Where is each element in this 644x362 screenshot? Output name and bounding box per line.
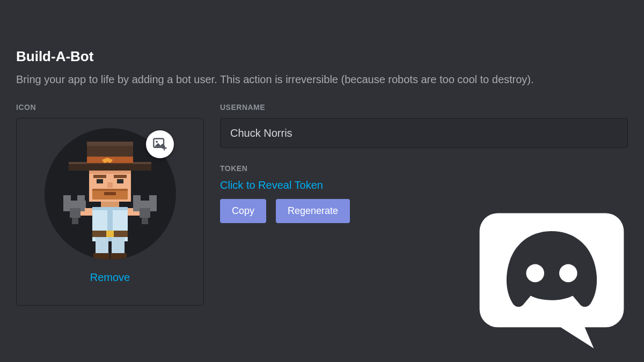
avatar-image [54, 136, 166, 260]
icon-section-label: ICON [16, 103, 204, 112]
copy-token-button[interactable]: Copy [220, 199, 266, 223]
svg-point-40 [526, 264, 544, 283]
svg-rect-21 [106, 231, 114, 237]
svg-rect-23 [112, 237, 125, 255]
svg-rect-36 [140, 208, 150, 218]
svg-rect-31 [72, 218, 78, 224]
reveal-token-link[interactable]: Click to Reveal Token [220, 179, 323, 191]
svg-rect-14 [92, 189, 128, 191]
token-section-label: TOKEN [220, 164, 628, 173]
svg-rect-9 [114, 175, 127, 178]
svg-rect-11 [117, 179, 123, 183]
svg-rect-3 [87, 142, 133, 146]
svg-point-39 [156, 141, 158, 143]
username-input[interactable] [220, 118, 628, 148]
svg-rect-37 [142, 218, 148, 224]
svg-rect-22 [96, 237, 108, 255]
svg-rect-34 [133, 195, 141, 211]
svg-rect-25 [111, 253, 127, 260]
username-section-label: USERNAME [220, 103, 628, 112]
svg-rect-7 [89, 171, 131, 174]
upload-image-button[interactable] [146, 130, 174, 158]
icon-upload-panel[interactable]: Remove [16, 118, 204, 306]
svg-rect-16 [101, 202, 119, 207]
svg-rect-10 [97, 179, 103, 183]
svg-rect-24 [93, 253, 109, 260]
page-subtitle: Bring your app to life by adding a bot u… [16, 72, 628, 87]
svg-rect-28 [63, 195, 71, 211]
svg-rect-12 [107, 182, 113, 188]
regenerate-token-button[interactable]: Regenerate [276, 199, 350, 223]
svg-rect-35 [149, 195, 157, 211]
page-title: Build-A-Bot [16, 48, 628, 65]
image-add-icon [152, 137, 167, 152]
remove-icon-link[interactable]: Remove [90, 271, 130, 284]
discord-logo-icon [477, 201, 627, 351]
svg-point-41 [559, 264, 577, 283]
svg-rect-8 [93, 175, 106, 178]
svg-rect-30 [70, 208, 80, 218]
bot-avatar[interactable] [45, 128, 176, 260]
svg-rect-15 [104, 192, 116, 195]
